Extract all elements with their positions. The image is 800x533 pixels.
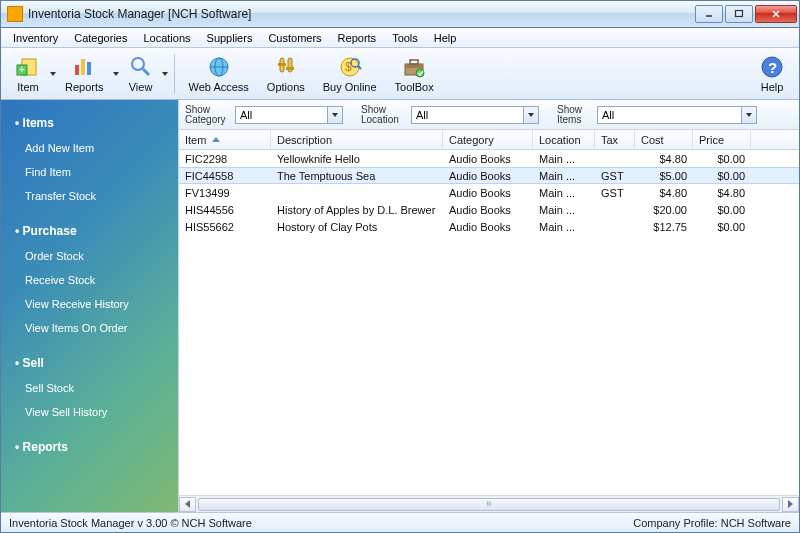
table-cell: $0.00 (693, 152, 751, 166)
col-category[interactable]: Category (443, 130, 533, 149)
svg-rect-9 (87, 62, 91, 75)
toolbar-toolbox-label: ToolBox (395, 81, 434, 93)
scroll-thumb[interactable] (198, 498, 780, 511)
sidebar-item-sell-stock[interactable]: Sell Stock (1, 376, 178, 400)
toolbar-view-label: View (129, 81, 153, 93)
status-right: Company Profile: NCH Software (633, 517, 791, 529)
sidebar-group-items[interactable]: Items (1, 110, 178, 136)
filter-category-value: All (236, 109, 256, 121)
table-row[interactable]: FIC44558The Temptuous SeaAudio BooksMain… (179, 167, 799, 184)
sidebar-item-find-item[interactable]: Find Item (1, 160, 178, 184)
table-cell: Audio Books (443, 186, 533, 200)
scroll-left-button[interactable] (179, 497, 196, 512)
table-cell (595, 226, 635, 228)
toolbar-reports-dropdown[interactable] (113, 51, 120, 97)
sidebar-group-purchase[interactable]: Purchase (1, 218, 178, 244)
sidebar-item-order-stock[interactable]: Order Stock (1, 244, 178, 268)
table-cell: FV13499 (179, 186, 271, 200)
col-price[interactable]: Price (693, 130, 751, 149)
svg-line-11 (143, 69, 149, 75)
close-button[interactable] (755, 5, 797, 23)
col-description[interactable]: Description (271, 130, 443, 149)
minimize-button[interactable] (695, 5, 723, 23)
toolbox-icon (402, 55, 426, 79)
maximize-button[interactable] (725, 5, 753, 23)
menu-suppliers[interactable]: Suppliers (199, 30, 261, 46)
table-row[interactable]: HIS44556History of Apples by D.L. Brewer… (179, 201, 799, 218)
filter-location-value: All (412, 109, 432, 121)
svg-text:+: + (19, 64, 25, 75)
toolbar-view-dropdown[interactable] (162, 51, 169, 97)
toolbar-toolbox-button[interactable]: ToolBox (386, 51, 443, 97)
table-cell (595, 209, 635, 211)
toolbar-item-label: Item (17, 81, 38, 93)
horizontal-scrollbar[interactable] (179, 495, 799, 512)
sidebar-item-transfer-stock[interactable]: Transfer Stock (1, 184, 178, 208)
sidebar-item-view-items-on-order[interactable]: View Items On Order (1, 316, 178, 340)
table-cell: History of Apples by D.L. Brewer (271, 203, 443, 217)
toolbar-options-button[interactable]: Options (258, 51, 314, 97)
reports-icon (72, 55, 96, 79)
toolbar-buy-online-label: Buy Online (323, 81, 377, 93)
table-cell: $4.80 (635, 186, 693, 200)
col-location[interactable]: Location (533, 130, 595, 149)
menu-reports[interactable]: Reports (330, 30, 385, 46)
table-row[interactable]: FIC2298Yellowknife HelloAudio BooksMain … (179, 150, 799, 167)
items-table: Item Description Category Location Tax C… (179, 130, 799, 512)
filter-location-select[interactable]: All (411, 106, 539, 124)
menubar: Inventory Categories Locations Suppliers… (1, 28, 799, 48)
status-bar: Inventoria Stock Manager v 3.00 © NCH So… (1, 512, 799, 532)
sidebar-item-add-new-item[interactable]: Add New Item (1, 136, 178, 160)
table-cell: $0.00 (693, 220, 751, 234)
menu-locations[interactable]: Locations (135, 30, 198, 46)
sidebar-item-view-receive-history[interactable]: View Receive History (1, 292, 178, 316)
toolbar-web-access-button[interactable]: Web Access (180, 51, 258, 97)
menu-tools[interactable]: Tools (384, 30, 426, 46)
sidebar-group-reports[interactable]: Reports (1, 434, 178, 460)
table-cell: Main ... (533, 203, 595, 217)
buy-icon: $ (338, 55, 362, 79)
scroll-track[interactable] (196, 497, 782, 512)
table-cell: FIC2298 (179, 152, 271, 166)
menu-categories[interactable]: Categories (66, 30, 135, 46)
table-cell: Audio Books (443, 169, 533, 183)
table-cell: Audio Books (443, 220, 533, 234)
titlebar[interactable]: Inventoria Stock Manager [NCH Software] (0, 0, 800, 28)
svg-rect-1 (736, 11, 743, 17)
sidebar-item-view-sell-history[interactable]: View Sell History (1, 400, 178, 424)
filter-location-label: Show Location (361, 105, 405, 125)
menu-help[interactable]: Help (426, 30, 465, 46)
filter-items-select[interactable]: All (597, 106, 757, 124)
table-cell: $4.80 (635, 152, 693, 166)
table-cell: The Temptuous Sea (271, 169, 443, 183)
sidebar-group-sell[interactable]: Sell (1, 350, 178, 376)
table-row[interactable]: FV13499Audio BooksMain ...GST$4.80$4.80 (179, 184, 799, 201)
col-tax[interactable]: Tax (595, 130, 635, 149)
table-row[interactable]: HIS55662Hostory of Clay PotsAudio BooksM… (179, 218, 799, 235)
toolbar-reports-button[interactable]: Reports (56, 51, 113, 97)
table-cell: Main ... (533, 152, 595, 166)
scroll-right-button[interactable] (782, 497, 799, 512)
table-cell: Main ... (533, 220, 595, 234)
col-item[interactable]: Item (179, 130, 271, 149)
sidebar-item-receive-stock[interactable]: Receive Stock (1, 268, 178, 292)
add-item-icon: + (16, 55, 40, 79)
filter-category-select[interactable]: All (235, 106, 343, 124)
table-cell: Main ... (533, 169, 595, 183)
options-icon (274, 55, 298, 79)
menu-inventory[interactable]: Inventory (5, 30, 66, 46)
table-cell: Main ... (533, 186, 595, 200)
toolbar-buy-online-button[interactable]: $ Buy Online (314, 51, 386, 97)
toolbar-item-dropdown[interactable] (49, 51, 56, 97)
table-cell: GST (595, 186, 635, 200)
status-left: Inventoria Stock Manager v 3.00 © NCH So… (9, 517, 252, 529)
col-cost[interactable]: Cost (635, 130, 693, 149)
table-cell: $12.75 (635, 220, 693, 234)
main-panel: Show Category All Show Location All Show… (178, 100, 799, 512)
table-body: FIC2298Yellowknife HelloAudio BooksMain … (179, 150, 799, 495)
help-icon: ? (760, 55, 784, 79)
menu-customers[interactable]: Customers (260, 30, 329, 46)
toolbar-help-button[interactable]: ? Help (751, 51, 793, 97)
toolbar-item-button[interactable]: + Item (7, 51, 49, 97)
toolbar-view-button[interactable]: View (120, 51, 162, 97)
